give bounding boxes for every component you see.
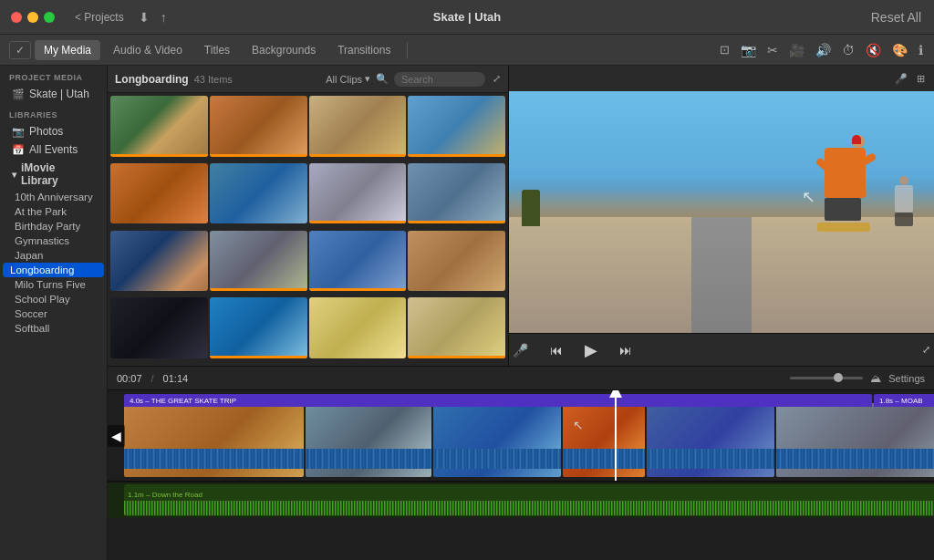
timeline-nav-left-button[interactable]: ◀	[108, 425, 125, 447]
usage-indicator	[309, 288, 407, 291]
preview-fullscreen-icon[interactable]: ⊞	[915, 71, 927, 87]
waveform-1	[124, 449, 304, 469]
crop-icon[interactable]: ⊡	[718, 41, 732, 58]
media-thumb[interactable]	[309, 231, 407, 292]
waveform-4	[563, 449, 645, 469]
preview-video[interactable]: ↖	[509, 91, 934, 333]
timeline-clip-3[interactable]	[433, 403, 561, 477]
play-pause-button[interactable]: ▶	[581, 337, 601, 364]
tree-left	[522, 190, 540, 226]
sidebar-item-all-events[interactable]: 📅 All Events	[3, 140, 104, 159]
microphone-icon[interactable]: 🎤	[893, 71, 909, 87]
sidebar-item-japan[interactable]: Japan	[0, 248, 107, 263]
all-clips-filter[interactable]: All Clips ▾	[326, 73, 370, 85]
tab-transitions[interactable]: Transitions	[328, 40, 400, 60]
media-thumb[interactable]	[110, 96, 208, 157]
waveform-5	[647, 449, 774, 469]
photos-icon: 📷	[12, 126, 25, 138]
sidebar-item-at-the-park[interactable]: At the Park	[0, 204, 107, 219]
cursor-indicator: ↖	[802, 187, 815, 207]
audio-waveform	[124, 501, 934, 515]
media-thumb[interactable]	[210, 96, 307, 157]
tab-my-media[interactable]: My Media	[35, 40, 100, 60]
import-check-icon[interactable]: ✓	[9, 41, 31, 59]
skip-to-end-button[interactable]: ⏭	[616, 339, 636, 361]
timeline-clip-5[interactable]	[647, 403, 774, 477]
content-area: Longboarding 43 Items All Clips ▾ 🔍 ⤢	[108, 66, 934, 560]
window-controls	[11, 12, 55, 23]
media-thumb[interactable]	[309, 96, 407, 157]
media-thumb[interactable]	[309, 163, 407, 224]
mountain-icon: ⛰	[870, 372, 881, 385]
clip-video-6	[776, 403, 934, 449]
minimize-button[interactable]	[27, 12, 38, 23]
upper-content: Longboarding 43 Items All Clips ▾ 🔍 ⤢	[108, 66, 934, 367]
sidebar-item-10th-anniversary[interactable]: 10th Anniversary	[0, 190, 107, 204]
sidebar-imovie-library[interactable]: ▾ iMovie Library	[3, 159, 104, 190]
preview-controls: 🎤 ⏮ ▶ ⏭ ⤢	[509, 333, 934, 366]
zoom-slider[interactable]	[790, 377, 863, 379]
reset-all-button[interactable]: Reset All	[869, 8, 923, 26]
sidebar-item-longboarding[interactable]: Longboarding	[3, 263, 104, 277]
noise-icon[interactable]: 🔇	[864, 41, 883, 59]
timeline-tracks: ◀ 4.0s – THE GREAT SKATE TRIP 1.8s – MOA…	[108, 390, 934, 560]
skater-torso	[825, 148, 866, 198]
tab-backgrounds[interactable]: Backgrounds	[243, 40, 325, 60]
back-to-projects-button[interactable]: < Projects	[69, 9, 130, 26]
media-thumb[interactable]	[210, 163, 307, 224]
sidebar-item-milo-turns-five[interactable]: Milo Turns Five	[0, 277, 107, 292]
main-skater	[825, 135, 870, 232]
skip-to-start-button[interactable]: ⏮	[546, 339, 566, 361]
info-icon[interactable]: ℹ	[917, 41, 925, 59]
camera-icon[interactable]: 📷	[739, 41, 758, 59]
share-from-icon[interactable]: ↑	[159, 8, 169, 26]
settings-button[interactable]: Settings	[888, 373, 925, 384]
media-thumb[interactable]	[309, 297, 407, 358]
timeline-clip-2[interactable]	[306, 403, 431, 477]
sidebar-item-birthday-party[interactable]: Birthday Party	[0, 219, 107, 233]
media-browser-toolbar: Longboarding 43 Items All Clips ▾ 🔍 ⤢	[108, 66, 508, 93]
media-thumb[interactable]	[110, 163, 208, 224]
media-thumb[interactable]	[210, 297, 307, 358]
media-thumb[interactable]	[408, 297, 505, 358]
tab-audio-video[interactable]: Audio & Video	[104, 40, 192, 60]
sidebar-item-school-play[interactable]: School Play	[0, 292, 107, 306]
usage-indicator	[309, 154, 407, 157]
sidebar-item-gymnastics[interactable]: Gymnastics	[0, 233, 107, 248]
trim-icon[interactable]: ✂	[765, 41, 780, 59]
usage-indicator	[210, 356, 307, 358]
clip-title-bar-1: 4.0s – THE GREAT SKATE TRIP	[124, 394, 872, 407]
import-icon[interactable]: ⬇	[137, 8, 151, 26]
sidebar-item-photos[interactable]: 📷 Photos	[3, 122, 104, 140]
sidebar-item-softball[interactable]: Softball	[0, 321, 107, 336]
media-thumb[interactable]	[110, 231, 208, 292]
expand-icon[interactable]: ⤢	[493, 73, 501, 85]
color-icon[interactable]: 🎨	[890, 41, 909, 59]
media-thumb[interactable]	[210, 231, 307, 292]
video-camera-icon[interactable]: 🎥	[787, 41, 806, 59]
filter-label: All Clips	[326, 74, 362, 85]
close-button[interactable]	[11, 12, 22, 23]
audio-clip-1[interactable]: 1.1m – Down the Road	[124, 484, 934, 516]
timeline-clip-6[interactable]	[776, 403, 934, 477]
timeline-clip-4[interactable]	[563, 403, 645, 477]
sidebar-item-soccer[interactable]: Soccer	[0, 306, 107, 321]
timeline-header: 00:07 / 01:14 ⛰ Settings	[108, 367, 934, 390]
media-thumb[interactable]	[408, 231, 505, 292]
sidebar-item-skate-utah[interactable]: 🎬 Skate | Utah	[3, 85, 104, 103]
fullscreen-button[interactable]: ⤢	[918, 340, 934, 359]
media-thumb[interactable]	[110, 297, 208, 358]
clip-title-text-1: 4.0s – THE GREAT SKATE TRIP	[130, 397, 236, 405]
media-thumb[interactable]	[408, 163, 505, 224]
speed-icon[interactable]: ⏱	[840, 41, 856, 59]
microphone-control-icon[interactable]: 🎤	[509, 339, 532, 361]
usage-indicator	[408, 356, 505, 358]
audio-icon[interactable]: 🔊	[814, 41, 833, 59]
timeline-clip-1[interactable]	[124, 403, 304, 477]
media-thumb[interactable]	[408, 96, 505, 157]
timeline-scroll[interactable]: ◀ 4.0s – THE GREAT SKATE TRIP 1.8s – MOA…	[108, 390, 934, 560]
search-icon: 🔍	[376, 73, 389, 85]
tab-titles[interactable]: Titles	[195, 40, 239, 60]
search-input[interactable]	[394, 72, 485, 87]
maximize-button[interactable]	[44, 12, 55, 23]
